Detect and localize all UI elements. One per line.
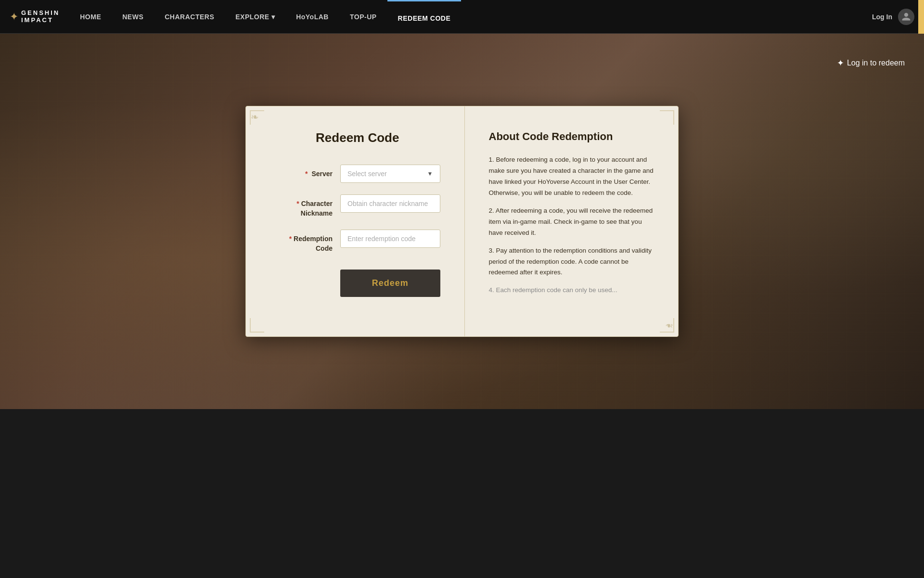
nav-item-topup[interactable]: TOP-UP	[339, 0, 387, 34]
redeem-card: Redeem Code * Server Select server ▼	[245, 106, 679, 337]
nav-link-characters[interactable]: CHARACTERS	[154, 0, 225, 34]
redemption-input-wrap	[340, 230, 440, 248]
card-title: Redeem Code	[275, 130, 440, 145]
nickname-input[interactable]	[340, 194, 440, 213]
nav-accent-bar	[918, 0, 924, 34]
nickname-label: *CharacterNickname	[275, 194, 333, 218]
nav-link-home[interactable]: HOME	[69, 0, 112, 34]
nav-link-redeemcode[interactable]: REDEEM CODE	[387, 0, 462, 34]
about-point-1: 1. Before redeeming a code, log in to yo…	[489, 154, 654, 199]
corner-ornament-br	[660, 318, 674, 333]
nav-item-news[interactable]: NEWS	[112, 0, 154, 34]
hero-background: ✦ Log in to redeem Redeem Code * Server	[0, 34, 924, 409]
about-point-3: 3. Pay attention to the redemption condi…	[489, 245, 654, 279]
nav-item-characters[interactable]: CHARACTERS	[154, 0, 225, 34]
about-point-4: 4. Each redemption code can only be used…	[489, 285, 654, 296]
select-chevron-icon: ▼	[427, 170, 433, 177]
chevron-down-icon: ▾	[271, 0, 275, 34]
card-left-panel: Redeem Code * Server Select server ▼	[246, 106, 465, 336]
nav-link-hoyolab[interactable]: HoYoLAB	[285, 0, 339, 34]
nav-link-topup[interactable]: TOP-UP	[339, 0, 387, 34]
redemption-row: *RedemptionCode	[275, 230, 440, 253]
server-label: * Server	[275, 165, 333, 179]
nav-item-explore[interactable]: EXPLORE ▾	[225, 0, 285, 34]
card-right-panel: About Code Redemption 1. Before redeemin…	[465, 106, 679, 336]
nav-item-hoyolab[interactable]: HoYoLAB	[285, 0, 339, 34]
required-mark-2: *	[296, 200, 299, 207]
button-row: Redeem	[275, 265, 440, 297]
required-mark-3: *	[289, 235, 292, 243]
logo-text: GENSHIN IMPACT	[21, 10, 60, 24]
nav-item-home[interactable]: HOME	[69, 0, 112, 34]
required-mark: *	[305, 170, 308, 178]
about-title: About Code Redemption	[489, 130, 654, 143]
redeem-button-wrap: Redeem	[340, 265, 440, 297]
logo-star: ✦	[10, 11, 18, 23]
about-point-2: 2. After redeeming a code, you will rece…	[489, 206, 654, 239]
nav-link-explore[interactable]: EXPLORE ▾	[225, 0, 285, 34]
redeem-button[interactable]: Redeem	[340, 270, 440, 297]
login-button[interactable]: Log In	[872, 13, 892, 21]
server-placeholder: Select server	[347, 170, 387, 178]
nav-links: HOME NEWS CHARACTERS EXPLORE ▾ HoYoLAB T…	[69, 0, 862, 34]
corner-ornament-tr	[660, 110, 674, 125]
server-input-wrap: Select server ▼	[340, 165, 440, 183]
star-icon: ✦	[837, 58, 844, 68]
card-wrapper: Redeem Code * Server Select server ▼	[245, 106, 679, 337]
logo[interactable]: ✦ GENSHIN IMPACT	[0, 10, 69, 24]
navbar: ✦ GENSHIN IMPACT HOME NEWS CHARACTERS EX…	[0, 0, 924, 34]
nav-link-news[interactable]: NEWS	[112, 0, 154, 34]
nickname-row: *CharacterNickname	[275, 194, 440, 218]
user-avatar[interactable]	[898, 9, 914, 25]
nav-right: Log In	[862, 9, 924, 25]
redemption-label: *RedemptionCode	[275, 230, 333, 253]
redemption-code-input[interactable]	[340, 230, 440, 248]
login-to-redeem-label: Log in to redeem	[847, 59, 905, 67]
corner-ornament-tl	[250, 110, 264, 125]
server-select[interactable]: Select server ▼	[340, 165, 440, 183]
server-row: * Server Select server ▼	[275, 165, 440, 183]
nav-item-redeemcode[interactable]: REDEEM CODE	[387, 0, 462, 34]
nickname-input-wrap	[340, 194, 440, 213]
login-to-redeem-link[interactable]: ✦ Log in to redeem	[837, 58, 905, 68]
corner-ornament-bl	[250, 318, 264, 333]
about-text: 1. Before redeeming a code, log in to yo…	[489, 154, 654, 296]
